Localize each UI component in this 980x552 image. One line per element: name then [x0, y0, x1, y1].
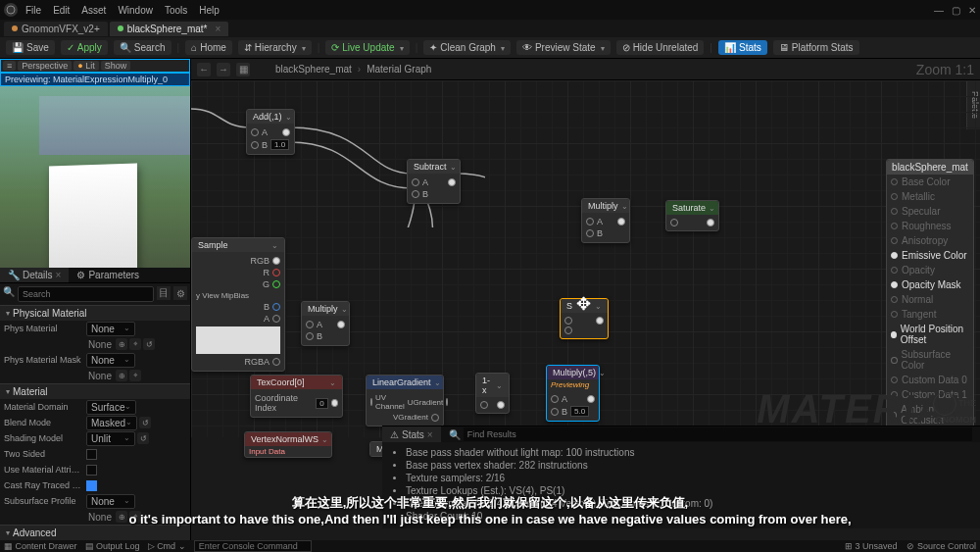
nav-forward-icon[interactable]: → [217, 63, 230, 76]
hierarchy-button[interactable]: ⇵Hierarchy [238, 40, 312, 55]
castray-checkbox[interactable] [86, 480, 97, 491]
result-pin-roughness[interactable]: Roughness [887, 219, 973, 233]
subsurface-dropdown[interactable]: None [86, 494, 135, 509]
result-pin-metallic[interactable]: Metallic [887, 189, 973, 204]
viewport-show[interactable]: Show [101, 61, 131, 71]
node-subtract[interactable]: Subtract A B [407, 159, 461, 204]
prop-castray-label: Cast Ray Traced Shad.. [4, 480, 82, 490]
previewstate-button[interactable]: 👁Preview State [516, 40, 611, 55]
viewport-lit[interactable]: ● Lit [74, 61, 98, 71]
node-multiply-1[interactable]: Multiply A B [581, 198, 630, 243]
result-pin-specular[interactable]: Specular [887, 204, 973, 219]
browse-asset-icon[interactable]: ⌖ [129, 511, 141, 523]
shading-dropdown[interactable]: Unlit [86, 431, 135, 446]
liveupdate-button[interactable]: ⟳Live Update [325, 40, 409, 55]
node-graph[interactable]: Add(,1) A B1.0 Subtract A B Multiply A [191, 80, 980, 437]
apply-button[interactable]: ✓Apply [61, 40, 108, 55]
node-vertexnormal[interactable]: VertexNormalWS Input Data [244, 431, 332, 458]
result-pin-anisotropy[interactable]: Anisotropy [887, 233, 973, 248]
reset-icon[interactable]: ↺ [139, 417, 151, 428]
menu-tools[interactable]: Tools [165, 5, 187, 16]
ue-logo-icon [4, 3, 18, 17]
result-pin-opacity-mask[interactable]: Opacity Mask [887, 277, 973, 292]
browse-asset-icon[interactable]: ⌖ [129, 338, 141, 350]
tab-stats[interactable]: ⚠Stats× [382, 427, 441, 442]
result-pin-emissive-color[interactable]: Emissive Color [887, 248, 973, 263]
filter-icon[interactable]: 目 [157, 286, 171, 300]
find-input[interactable] [464, 427, 972, 441]
section-advanced[interactable]: Advanced [0, 525, 190, 540]
nav-back-icon[interactable]: ← [197, 63, 211, 76]
tab-level[interactable]: GnomonVFX_v2+ [4, 22, 108, 36]
result-pin-base-color[interactable]: Base Color [887, 175, 973, 189]
node-multiply-2[interactable]: Multiply A B [301, 301, 350, 346]
use-asset-icon[interactable]: ⊕ [116, 338, 127, 350]
result-pin-opacity[interactable]: Opacity [887, 263, 973, 277]
prop-shading-label: Shading Model [4, 433, 82, 443]
stats-button[interactable]: 📊Stats [718, 40, 767, 55]
tab-find-results[interactable]: 🔍 [441, 427, 980, 442]
breadcrumb-asset[interactable]: blackSphere_mat [275, 64, 352, 75]
browse-asset-icon[interactable]: ⌖ [129, 370, 141, 381]
console-input[interactable] [194, 540, 312, 552]
viewport-perspective[interactable]: Perspective [18, 61, 72, 71]
result-pin-subsurface-color[interactable]: Subsurface Color [887, 347, 973, 373]
tab-close-icon[interactable]: × [215, 24, 220, 34]
result-pin-tangent[interactable]: Tangent [887, 307, 973, 322]
output-log-button[interactable]: ▤ Output Log [85, 541, 140, 551]
domain-dropdown[interactable]: Surface [86, 400, 136, 415]
menu-file[interactable]: File [25, 5, 41, 16]
node-multiply-preview[interactable]: Multiply(,5) Previewing A B5.0 [546, 365, 600, 422]
reset-icon[interactable]: ↺ [143, 338, 155, 350]
viewport-menu-icon[interactable]: ≡ [3, 61, 16, 71]
source-control-button[interactable]: ⊘ Source Control [906, 541, 976, 551]
minimize-icon[interactable]: — [934, 5, 944, 16]
node-lineargradient[interactable]: LinearGradient UV ChannelUGradient VGrad… [366, 375, 444, 427]
save-button[interactable]: 💾Save [6, 40, 55, 55]
maximize-icon[interactable]: ▢ [952, 5, 960, 16]
phys-mask-dropdown[interactable]: None [86, 353, 135, 368]
result-pin-custom-data-0[interactable]: Custom Data 0 [887, 373, 973, 387]
main-menu: File Edit Asset Window Tools Help [25, 5, 220, 16]
section-physical-material[interactable]: Physical Material [0, 305, 190, 321]
search-button[interactable]: 🔍Search [114, 40, 172, 55]
platformstats-button[interactable]: 🖥Platform Stats [773, 40, 859, 55]
node-oneminus[interactable]: 1-x [475, 373, 510, 414]
useattr-checkbox[interactable] [86, 465, 97, 476]
phys-material-dropdown[interactable]: None [86, 322, 135, 336]
twosided-checkbox[interactable] [86, 449, 97, 460]
details-search-input[interactable] [18, 286, 154, 302]
node-texcoord[interactable]: TexCoord[0] Coordinate Index0 [250, 375, 343, 418]
result-pin-normal[interactable]: Normal [887, 292, 973, 307]
tab-details[interactable]: 🔧Details× [0, 268, 69, 282]
home-button[interactable]: ⌂Home [185, 40, 232, 55]
tab-close-icon[interactable]: × [427, 429, 433, 440]
section-material[interactable]: Material [0, 383, 190, 399]
use-asset-icon[interactable]: ⊕ [116, 370, 127, 381]
content-drawer-button[interactable]: ▦ Content Drawer [4, 541, 77, 551]
menu-edit[interactable]: Edit [53, 5, 70, 16]
close-icon[interactable]: ✕ [968, 5, 976, 16]
menu-window[interactable]: Window [118, 5, 153, 16]
hideunrelated-button[interactable]: ⊘Hide Unrelated [616, 40, 705, 55]
node-saturate[interactable]: Saturate [665, 200, 719, 231]
menu-asset[interactable]: Asset [81, 5, 106, 16]
node-add[interactable]: Add(,1) A B1.0 [246, 109, 295, 155]
unsaved-label[interactable]: ⊞ 3 Unsaved [845, 541, 898, 551]
blend-dropdown[interactable]: Masked [86, 416, 137, 430]
tab-parameters[interactable]: ⚙Parameters [69, 268, 147, 282]
tab-close-icon[interactable]: × [56, 270, 62, 280]
menu-help[interactable]: Help [199, 5, 220, 16]
nav-graph-icon[interactable]: ▦ [236, 63, 250, 76]
cleangraph-button[interactable]: ✦Clean Graph [423, 40, 511, 55]
result-pin-world-position-offset[interactable]: World Position Offset [887, 322, 973, 347]
node-texture-sample[interactable]: Sample RGB R G y View MipBias B A RGBA [191, 237, 285, 372]
reset-icon[interactable]: ↺ [137, 432, 149, 444]
tab-material[interactable]: blackSphere_mat*× [110, 22, 229, 36]
use-asset-icon[interactable]: ⊕ [116, 511, 127, 523]
left-panel: ≡ Perspective ● Lit Show Previewing: Mat… [0, 59, 191, 540]
preview-viewport[interactable] [0, 86, 190, 268]
node-selected[interactable]: S [560, 298, 609, 339]
settings-icon[interactable]: ⚙ [173, 286, 187, 300]
breadcrumb-graph[interactable]: Material Graph [367, 64, 431, 75]
